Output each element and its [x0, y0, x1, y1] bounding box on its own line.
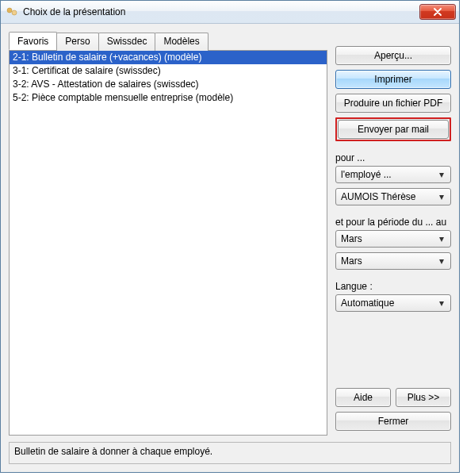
dialog-window: Choix de la présentation Favoris Perso S…	[0, 0, 460, 473]
list-item[interactable]: 3-1: Certificat de salaire (swissdec)	[10, 64, 327, 78]
tab-swissdec[interactable]: Swissdec	[98, 33, 156, 51]
email-button[interactable]: Envoyer par mail	[338, 120, 449, 139]
language-combo[interactable]: Automatique ▾	[335, 294, 451, 312]
label-language: Langue :	[335, 281, 451, 292]
close-button[interactable]: Fermer	[335, 412, 451, 431]
tab-control: Favoris Perso Swissdec Modèles 2-1: Bull…	[9, 32, 327, 436]
tab-perso[interactable]: Perso	[56, 33, 98, 51]
list-item[interactable]: 5-2: Pièce comptable mensuelle entrepris…	[10, 91, 327, 105]
svg-point-0	[7, 8, 12, 13]
app-icon	[6, 6, 18, 18]
window-title: Choix de la présentation	[23, 6, 419, 17]
chevron-down-icon: ▾	[436, 191, 447, 202]
preview-button[interactable]: Aperçu...	[335, 46, 451, 65]
target-combo[interactable]: l'employé ... ▾	[335, 166, 451, 183]
chevron-down-icon: ▾	[436, 233, 447, 244]
target-value: l'employé ...	[341, 169, 436, 180]
tab-modeles[interactable]: Modèles	[155, 33, 208, 51]
list-item[interactable]: 2-1: Bulletin de salaire (+vacances) (mo…	[10, 51, 327, 64]
chevron-down-icon: ▾	[436, 298, 447, 309]
print-button[interactable]: Imprimer	[335, 70, 451, 89]
description-text: Bulletin de salaire à donner à chaque em…	[14, 446, 212, 457]
svg-point-1	[12, 10, 17, 15]
titlebar: Choix de la présentation	[1, 1, 459, 24]
period-from-value: Mars	[341, 233, 436, 244]
period-to-combo[interactable]: Mars ▾	[335, 252, 451, 270]
tab-favoris[interactable]: Favoris	[9, 32, 57, 50]
help-button[interactable]: Aide	[335, 388, 391, 407]
label-for: pour ...	[335, 152, 451, 163]
employee-combo[interactable]: AUMOIS Thérèse ▾	[335, 188, 451, 205]
chevron-down-icon: ▾	[436, 169, 447, 180]
side-panel: Aperçu... Imprimer Produire un fichier P…	[335, 32, 451, 436]
language-value: Automatique	[341, 298, 436, 309]
email-highlight: Envoyer par mail	[335, 117, 451, 141]
pdf-button[interactable]: Produire un fichier PDF	[335, 94, 451, 113]
period-to-value: Mars	[341, 255, 436, 267]
more-button[interactable]: Plus >>	[396, 388, 451, 407]
presentation-list[interactable]: 2-1: Bulletin de salaire (+vacances) (mo…	[10, 51, 327, 435]
label-period: et pour la période du ... au	[335, 217, 451, 228]
description-box: Bulletin de salaire à donner à chaque em…	[9, 442, 451, 464]
period-from-combo[interactable]: Mars ▾	[335, 230, 451, 248]
list-item[interactable]: 3-2: AVS - Attestation de salaires (swis…	[10, 78, 327, 91]
employee-value: AUMOIS Thérèse	[341, 191, 436, 202]
chevron-down-icon: ▾	[436, 255, 447, 267]
close-icon[interactable]	[419, 4, 456, 20]
